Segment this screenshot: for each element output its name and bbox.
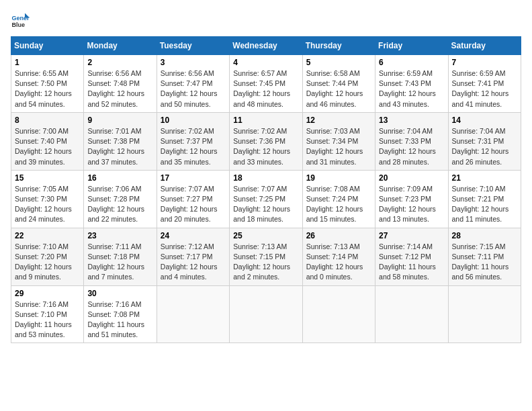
day-details: Sunrise: 6:57 AM Sunset: 7:45 PM Dayligh…: [233, 68, 298, 109]
calendar-cell: 24 Sunrise: 7:12 AM Sunset: 7:17 PM Dayl…: [157, 228, 229, 285]
day-number: 26: [306, 231, 371, 240]
day-details: Sunrise: 7:13 AM Sunset: 7:15 PM Dayligh…: [233, 242, 298, 283]
calendar-cell: 15 Sunrise: 7:05 AM Sunset: 7:30 PM Dayl…: [11, 170, 84, 228]
day-number: 22: [15, 231, 80, 240]
day-number: 10: [161, 116, 226, 125]
day-number: 19: [306, 173, 371, 183]
logo-icon: General Blue: [11, 11, 30, 30]
day-number: 18: [233, 173, 298, 183]
day-number: 5: [306, 58, 371, 67]
weekday-header: Sunday: [11, 37, 84, 55]
day-number: 28: [452, 231, 517, 240]
calendar-cell: 27 Sunrise: 7:14 AM Sunset: 7:12 PM Dayl…: [375, 228, 448, 285]
day-details: Sunrise: 7:04 AM Sunset: 7:33 PM Dayligh…: [379, 126, 444, 167]
day-details: Sunrise: 7:05 AM Sunset: 7:30 PM Dayligh…: [15, 184, 80, 225]
calendar-cell: 25 Sunrise: 7:13 AM Sunset: 7:15 PM Dayl…: [230, 228, 302, 285]
day-number: 25: [233, 231, 298, 240]
weekday-header: Thursday: [302, 37, 375, 55]
day-number: 27: [379, 231, 444, 240]
day-number: 12: [306, 116, 371, 125]
calendar-cell: 17 Sunrise: 7:07 AM Sunset: 7:27 PM Dayl…: [157, 170, 229, 228]
calendar-cell: [375, 285, 448, 343]
day-details: Sunrise: 7:12 AM Sunset: 7:17 PM Dayligh…: [161, 242, 226, 283]
day-details: Sunrise: 7:16 AM Sunset: 7:10 PM Dayligh…: [15, 300, 80, 340]
calendar-cell: 13 Sunrise: 7:04 AM Sunset: 7:33 PM Dayl…: [375, 112, 448, 170]
day-details: Sunrise: 7:14 AM Sunset: 7:12 PM Dayligh…: [379, 242, 444, 283]
calendar-table: SundayMondayTuesdayWednesdayThursdayFrid…: [11, 36, 521, 343]
page-header: General Blue: [11, 11, 521, 30]
day-details: Sunrise: 7:03 AM Sunset: 7:34 PM Dayligh…: [306, 126, 371, 167]
day-details: Sunrise: 7:16 AM Sunset: 7:08 PM Dayligh…: [87, 300, 152, 340]
day-number: 9: [87, 116, 152, 125]
day-details: Sunrise: 7:06 AM Sunset: 7:28 PM Dayligh…: [87, 184, 152, 225]
day-number: 3: [161, 58, 226, 67]
day-details: Sunrise: 7:02 AM Sunset: 7:36 PM Dayligh…: [233, 126, 298, 167]
day-number: 4: [233, 58, 298, 67]
calendar-cell: 2 Sunrise: 6:56 AM Sunset: 7:48 PM Dayli…: [84, 55, 157, 113]
day-number: 23: [87, 231, 152, 240]
calendar-header-row: SundayMondayTuesdayWednesdayThursdayFrid…: [11, 37, 521, 55]
day-details: Sunrise: 7:10 AM Sunset: 7:21 PM Dayligh…: [452, 184, 517, 225]
day-number: 13: [379, 116, 444, 125]
day-number: 7: [452, 58, 517, 67]
day-details: Sunrise: 7:07 AM Sunset: 7:27 PM Dayligh…: [161, 184, 226, 225]
day-details: Sunrise: 6:56 AM Sunset: 7:47 PM Dayligh…: [161, 68, 226, 109]
calendar-cell: 21 Sunrise: 7:10 AM Sunset: 7:21 PM Dayl…: [448, 170, 521, 228]
weekday-header: Wednesday: [230, 37, 302, 55]
calendar-cell: 6 Sunrise: 6:59 AM Sunset: 7:43 PM Dayli…: [375, 55, 448, 113]
calendar-cell: 11 Sunrise: 7:02 AM Sunset: 7:36 PM Dayl…: [230, 112, 302, 170]
calendar-week-row: 15 Sunrise: 7:05 AM Sunset: 7:30 PM Dayl…: [11, 170, 521, 228]
calendar-cell: 10 Sunrise: 7:02 AM Sunset: 7:37 PM Dayl…: [157, 112, 229, 170]
calendar-cell: 1 Sunrise: 6:55 AM Sunset: 7:50 PM Dayli…: [11, 55, 84, 113]
calendar-cell: 14 Sunrise: 7:04 AM Sunset: 7:31 PM Dayl…: [448, 112, 521, 170]
day-number: 8: [15, 116, 80, 125]
day-number: 11: [233, 116, 298, 125]
day-number: 21: [452, 173, 517, 183]
day-details: Sunrise: 7:00 AM Sunset: 7:40 PM Dayligh…: [15, 126, 80, 167]
weekday-header: Monday: [84, 37, 157, 55]
calendar-cell: [448, 285, 521, 343]
calendar-body: 1 Sunrise: 6:55 AM Sunset: 7:50 PM Dayli…: [11, 55, 521, 343]
day-number: 6: [379, 58, 444, 67]
calendar-week-row: 1 Sunrise: 6:55 AM Sunset: 7:50 PM Dayli…: [11, 55, 521, 113]
calendar-cell: 30 Sunrise: 7:16 AM Sunset: 7:08 PM Dayl…: [84, 285, 157, 343]
calendar-cell: 23 Sunrise: 7:11 AM Sunset: 7:18 PM Dayl…: [84, 228, 157, 285]
day-details: Sunrise: 7:07 AM Sunset: 7:25 PM Dayligh…: [233, 184, 298, 225]
weekday-header: Saturday: [448, 37, 521, 55]
calendar-cell: 22 Sunrise: 7:10 AM Sunset: 7:20 PM Dayl…: [11, 228, 84, 285]
day-number: 2: [87, 58, 152, 67]
logo: General Blue: [11, 11, 30, 30]
day-details: Sunrise: 7:09 AM Sunset: 7:23 PM Dayligh…: [379, 184, 444, 225]
calendar-week-row: 29 Sunrise: 7:16 AM Sunset: 7:10 PM Dayl…: [11, 285, 521, 343]
calendar-cell: 18 Sunrise: 7:07 AM Sunset: 7:25 PM Dayl…: [230, 170, 302, 228]
day-number: 15: [15, 173, 80, 183]
day-number: 24: [161, 231, 226, 240]
day-number: 30: [87, 289, 152, 298]
day-details: Sunrise: 7:13 AM Sunset: 7:14 PM Dayligh…: [306, 242, 371, 283]
calendar-cell: 12 Sunrise: 7:03 AM Sunset: 7:34 PM Dayl…: [302, 112, 375, 170]
day-details: Sunrise: 7:04 AM Sunset: 7:31 PM Dayligh…: [452, 126, 517, 167]
day-number: 1: [15, 58, 80, 67]
day-details: Sunrise: 7:02 AM Sunset: 7:37 PM Dayligh…: [161, 126, 226, 167]
day-details: Sunrise: 7:11 AM Sunset: 7:18 PM Dayligh…: [87, 242, 152, 283]
calendar-cell: 26 Sunrise: 7:13 AM Sunset: 7:14 PM Dayl…: [302, 228, 375, 285]
calendar-cell: [157, 285, 229, 343]
day-details: Sunrise: 6:58 AM Sunset: 7:44 PM Dayligh…: [306, 68, 371, 109]
calendar-cell: 20 Sunrise: 7:09 AM Sunset: 7:23 PM Dayl…: [375, 170, 448, 228]
calendar-week-row: 22 Sunrise: 7:10 AM Sunset: 7:20 PM Dayl…: [11, 228, 521, 285]
day-details: Sunrise: 6:55 AM Sunset: 7:50 PM Dayligh…: [15, 68, 80, 109]
weekday-header: Tuesday: [157, 37, 229, 55]
calendar-cell: 19 Sunrise: 7:08 AM Sunset: 7:24 PM Dayl…: [302, 170, 375, 228]
day-details: Sunrise: 7:01 AM Sunset: 7:38 PM Dayligh…: [87, 126, 152, 167]
weekday-header: Friday: [375, 37, 448, 55]
day-number: 29: [15, 289, 80, 298]
calendar-cell: 8 Sunrise: 7:00 AM Sunset: 7:40 PM Dayli…: [11, 112, 84, 170]
calendar-cell: [230, 285, 302, 343]
calendar-cell: 28 Sunrise: 7:15 AM Sunset: 7:11 PM Dayl…: [448, 228, 521, 285]
day-number: 14: [452, 116, 517, 125]
calendar-cell: 5 Sunrise: 6:58 AM Sunset: 7:44 PM Dayli…: [302, 55, 375, 113]
svg-text:Blue: Blue: [11, 21, 25, 28]
day-details: Sunrise: 6:59 AM Sunset: 7:41 PM Dayligh…: [452, 68, 517, 109]
day-number: 16: [87, 173, 152, 183]
calendar-cell: 4 Sunrise: 6:57 AM Sunset: 7:45 PM Dayli…: [230, 55, 302, 113]
